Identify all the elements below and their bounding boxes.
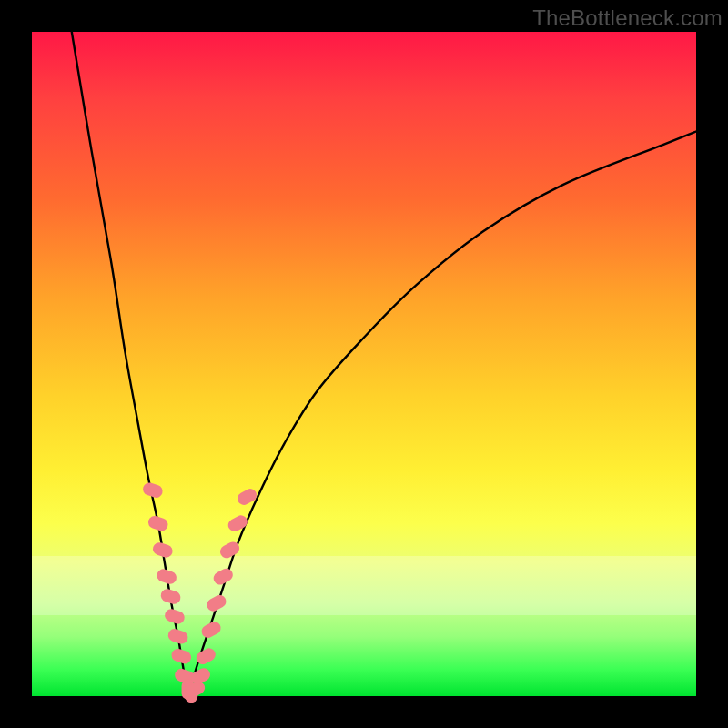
bead-2 (151, 541, 174, 559)
bead-4 (159, 587, 182, 605)
watermark-text: TheBottleneck.com (532, 5, 723, 31)
bead-0 (141, 481, 164, 500)
chart-svg (32, 32, 696, 696)
bead-7 (170, 647, 193, 665)
bead-3 (156, 568, 178, 586)
bead-6 (167, 627, 189, 645)
curve-right-curve (188, 132, 696, 697)
chart-frame: TheBottleneck.com (0, 0, 728, 728)
bead-1 (147, 514, 169, 532)
bead-18 (226, 513, 249, 534)
markers-group (141, 481, 258, 703)
bead-5 (163, 607, 186, 625)
